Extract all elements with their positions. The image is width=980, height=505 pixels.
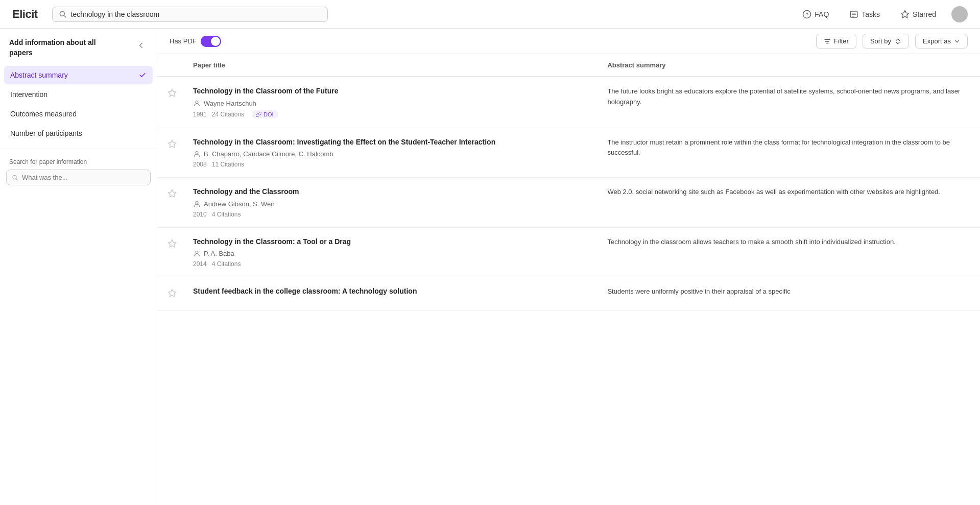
paper-citations-2: 11 Citations (212, 161, 244, 168)
sidebar-item-number-of-participants[interactable]: Number of participants (4, 124, 153, 142)
tasks-button[interactable]: Tasks (844, 7, 885, 22)
star-cell (157, 178, 183, 228)
paper-title-2[interactable]: Technology in the Classroom: Investigati… (193, 137, 587, 148)
author-row-4: P. A. Baba (193, 250, 587, 257)
abstract-text-4: Technology in the classroom allows teach… (607, 238, 895, 246)
paper-title-4[interactable]: Technology in the Classroom: a Tool or a… (193, 237, 587, 247)
sidebar-menu: Abstract summary Intervention Outcomes m… (0, 64, 157, 145)
table-body: Technology in the Classroom of the Futur… (157, 77, 980, 311)
sort-button[interactable]: Sort by (863, 34, 909, 49)
filter-button[interactable]: Filter (816, 34, 856, 49)
meta-row-3: 2010 4 Citations (193, 211, 587, 218)
starred-label: Starred (913, 10, 936, 18)
tasks-label: Tasks (862, 10, 880, 18)
col-paper-title-header: Paper title (183, 54, 597, 77)
svg-point-17 (196, 152, 198, 154)
export-button[interactable]: Export as (915, 34, 968, 49)
top-nav: Elicit ? FAQ Tasks (0, 0, 980, 29)
star-icon-1 (168, 88, 177, 98)
sidebar-item-intervention[interactable]: Intervention (4, 85, 153, 104)
svg-point-21 (196, 251, 198, 254)
svg-text:?: ? (806, 11, 809, 17)
paper-year-2: 2008 (193, 161, 207, 168)
sidebar-item-label-abstract-summary: Abstract summary (10, 71, 134, 79)
author-icon-3 (193, 200, 201, 208)
paper-year-1: 1991 (193, 111, 207, 118)
sidebar-search-box[interactable] (6, 170, 151, 185)
sidebar-collapse-button[interactable] (134, 39, 148, 54)
paper-title-3[interactable]: Technology and the Classroom (193, 187, 587, 197)
paper-year-4: 2014 (193, 260, 207, 268)
abstract-cell: Technology in the classroom allows teach… (597, 227, 980, 277)
search-input[interactable] (71, 10, 321, 18)
main-layout: Add information about all papers Abstrac… (0, 29, 980, 505)
sidebar-search-input[interactable] (22, 174, 145, 181)
svg-marker-16 (169, 140, 176, 147)
link-icon (256, 112, 261, 117)
paper-title-1[interactable]: Technology in the Classroom of the Futur… (193, 86, 587, 97)
abstract-text-2: The instructor must retain a prominent r… (607, 138, 950, 157)
star-button-3[interactable] (165, 187, 179, 202)
abstract-cell: Students were uniformly positive in thei… (597, 277, 980, 311)
abstract-text-1: The future looks bright as educators exp… (607, 87, 960, 106)
sidebar-title: Add information about all papers (9, 38, 96, 58)
sidebar-item-outcomes-measured[interactable]: Outcomes measured (4, 105, 153, 123)
results-table: Paper title Abstract summary Technology … (157, 54, 980, 311)
pdf-toggle-switch[interactable] (201, 36, 221, 47)
star-icon-5 (168, 288, 177, 298)
star-cell (157, 277, 183, 311)
author-row-3: Andrew Gibson, S. Weir (193, 200, 587, 208)
meta-row-1: 1991 24 Citations DOI (193, 110, 587, 118)
author-icon-1 (193, 100, 201, 107)
author-name-2: B. Chaparro, Candace Gilmore, C. Halcomb (204, 150, 333, 158)
faq-label: FAQ (815, 10, 829, 18)
svg-marker-18 (169, 190, 176, 197)
meta-row-4: 2014 4 Citations (193, 260, 587, 268)
sidebar-item-label-intervention: Intervention (10, 90, 147, 99)
svg-marker-22 (169, 290, 176, 297)
star-button-5[interactable] (165, 286, 179, 301)
col-abstract-header: Abstract summary (597, 54, 980, 77)
paper-title-5[interactable]: Student feedback in the college classroo… (193, 286, 587, 297)
star-icon-3 (168, 189, 177, 198)
author-row-1: Wayne Hartschuh (193, 100, 587, 107)
tasks-icon (849, 10, 858, 19)
star-cell (157, 227, 183, 277)
check-icon (138, 71, 147, 79)
collapse-icon (136, 41, 146, 50)
avatar[interactable] (951, 6, 968, 22)
sidebar: Add information about all papers Abstrac… (0, 29, 157, 505)
content-area: Has PDF Filter Sort by (157, 29, 980, 505)
star-button-4[interactable] (165, 237, 179, 252)
doi-badge[interactable]: DOI (252, 110, 278, 118)
sidebar-item-abstract-summary[interactable]: Abstract summary (4, 66, 153, 84)
title-cell: Technology in the Classroom of the Futur… (183, 77, 597, 128)
table-row: Technology in the Classroom: Investigati… (157, 128, 980, 178)
toggle-knob (211, 37, 220, 46)
sidebar-divider (0, 149, 157, 149)
star-cell (157, 77, 183, 128)
starred-button[interactable]: Starred (895, 7, 941, 22)
sidebar-header: Add information about all papers (0, 29, 157, 64)
sidebar-title-line1: Add information about all (9, 38, 96, 46)
star-button-1[interactable] (165, 86, 179, 101)
search-bar[interactable] (52, 7, 328, 22)
has-pdf-label: Has PDF (170, 37, 197, 45)
abstract-text-5: Students were uniformly positive in thei… (607, 287, 790, 295)
star-nav-icon (900, 10, 910, 19)
title-cell: Technology and the Classroom Andrew Gibs… (183, 178, 597, 228)
star-cell (157, 128, 183, 178)
logo[interactable]: Elicit (12, 8, 38, 21)
table-row: Technology in the Classroom: a Tool or a… (157, 227, 980, 277)
star-button-2[interactable] (165, 137, 179, 152)
faq-button[interactable]: ? FAQ (797, 7, 834, 22)
author-icon-4 (193, 250, 201, 257)
paper-citations-1: 24 Citations (212, 111, 244, 118)
filter-label: Filter (834, 37, 849, 45)
author-row-2: B. Chaparro, Candace Gilmore, C. Halcomb (193, 150, 587, 158)
nav-right: ? FAQ Tasks Starred (797, 6, 968, 22)
author-name-4: P. A. Baba (204, 250, 234, 257)
author-name-3: Andrew Gibson, S. Weir (204, 200, 274, 208)
sidebar-search-icon (12, 174, 18, 181)
sidebar-item-label-outcomes-measured: Outcomes measured (10, 110, 147, 118)
